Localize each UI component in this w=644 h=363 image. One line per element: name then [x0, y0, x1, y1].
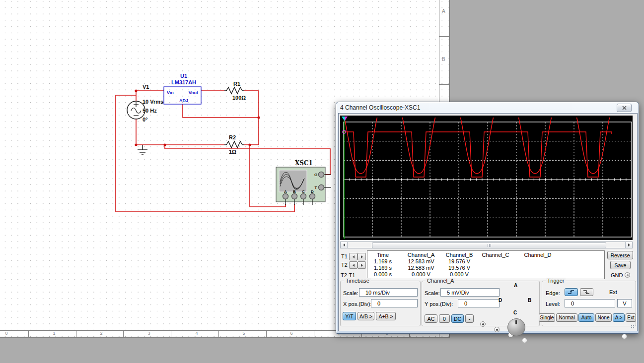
- resize-grip-icon[interactable]: [631, 325, 635, 329]
- knob-label-d: D: [499, 298, 502, 303]
- channel-ypos-input[interactable]: 0: [458, 299, 500, 307]
- col-header-channel-b: Channel_B: [444, 252, 475, 258]
- terminal-b-label: B: [293, 189, 296, 194]
- channel-d-active-radio[interactable]: [522, 338, 527, 343]
- pin-label-vout: Vout: [189, 90, 198, 95]
- xsc1-refdes: XSC1: [295, 160, 313, 167]
- arrow-right-icon: [361, 255, 363, 258]
- channel-b-active-radio[interactable]: [494, 327, 500, 332]
- t1-left-button[interactable]: [349, 253, 358, 260]
- arrow-left-icon: [343, 243, 345, 246]
- terminal-a[interactable]: [283, 194, 288, 199]
- window-titlebar[interactable]: 4 Channel Oscilloscope-XSC1: [336, 102, 639, 113]
- knob-label-c: C: [513, 310, 517, 315]
- oscilloscope-window[interactable]: 4 Channel Oscilloscope-XSC1: [336, 102, 639, 334]
- u1-refdes: U1: [180, 73, 187, 79]
- timebase-scale-input[interactable]: 10 ms/Div: [359, 288, 418, 297]
- scroll-right-button[interactable]: [625, 242, 632, 248]
- t2-right-button[interactable]: [358, 261, 366, 269]
- trigger-falling-edge-button[interactable]: [580, 288, 593, 296]
- ground-symbol[interactable]: [138, 145, 147, 155]
- reverse-button[interactable]: Reverse: [607, 251, 633, 259]
- yt-mode-button[interactable]: Y/T: [343, 312, 356, 320]
- trigger-single-button[interactable]: Single: [539, 313, 555, 322]
- u1-part-label: LM317AH: [171, 79, 196, 85]
- timebase-caption: Timebase: [344, 278, 371, 284]
- t2-channel-b: 19.576 V: [444, 265, 475, 271]
- save-button[interactable]: Save: [610, 261, 631, 269]
- terminal-t[interactable]: [319, 185, 324, 190]
- a-plus-b-mode-button[interactable]: A+B >: [376, 312, 396, 320]
- knob-label-b: B: [528, 298, 531, 303]
- rising-edge-icon: [568, 290, 575, 295]
- close-button[interactable]: [617, 104, 632, 112]
- oscilloscope-icon-xsc1[interactable]: A B C D G T: [276, 167, 331, 205]
- dt-time: 0.000 s: [367, 271, 398, 278]
- scroll-left-button[interactable]: [341, 242, 348, 248]
- gnd-radio[interactable]: [625, 272, 630, 278]
- timebase-xpos-input[interactable]: 0: [371, 299, 418, 307]
- trigger-level-input[interactable]: 0: [565, 299, 615, 307]
- terminal-g[interactable]: [319, 172, 324, 178]
- resistor-r2[interactable]: [224, 141, 244, 148]
- pin-label-adj: ADJ: [179, 98, 188, 103]
- trace-channel-a: [345, 118, 610, 174]
- pin-label-vin: Vin: [167, 90, 174, 95]
- t2-left-button[interactable]: [349, 261, 358, 269]
- terminal-g-label: G: [314, 173, 317, 177]
- t1-time: 1.169 s: [367, 258, 398, 265]
- window-title: 4 Channel Oscilloscope-XSC1: [340, 104, 420, 111]
- terminal-d[interactable]: [310, 194, 315, 199]
- trigger-ext-button[interactable]: Ext: [626, 313, 636, 322]
- coupling-zero-button[interactable]: 0: [439, 314, 450, 323]
- terminal-c-label: C: [302, 189, 305, 194]
- terminal-c[interactable]: [301, 194, 306, 199]
- t2-time: 1.169 s: [367, 265, 398, 271]
- r1-refdes: R1: [233, 81, 240, 87]
- coupling-minus-button[interactable]: -: [465, 314, 474, 323]
- t1-channel-d: [516, 258, 559, 265]
- r2-value: 1Ω: [229, 149, 236, 155]
- channel-a-active-radio[interactable]: [480, 321, 486, 327]
- channel-select-knob[interactable]: [507, 318, 525, 336]
- r2-refdes: R2: [229, 134, 236, 140]
- regulator-u1[interactable]: Vin Vout ADJ: [164, 87, 201, 104]
- arrow-left-icon: [353, 255, 355, 258]
- channel-scale-input[interactable]: 5 mV/Div: [440, 288, 500, 297]
- trigger-auto-button[interactable]: Auto: [578, 313, 594, 322]
- trigger-a-button[interactable]: A >: [613, 313, 625, 322]
- dt-channel-a: 0.000 V: [398, 271, 444, 278]
- table-row-t2-t1: 0.000 s 0.000 V 0.000 V: [367, 271, 604, 278]
- scope-display[interactable]: [340, 116, 633, 240]
- measurement-table: Time Channel_A Channel_B Channel_C Chann…: [367, 250, 605, 279]
- timebase-xpos-label: X pos.(Div):: [343, 301, 371, 307]
- v1-freq: 50 Hz: [143, 108, 157, 114]
- display-scrollbar[interactable]: [340, 242, 633, 248]
- knob-label-a: A: [514, 283, 517, 288]
- scope-panel: T1 T2 T2-T1 Time Channel_A Channel_B Cha…: [338, 113, 638, 331]
- channel-scale-label: Scale:: [425, 290, 440, 296]
- t2-channel-c: [475, 265, 516, 271]
- col-header-channel-a: Channel_A: [398, 252, 444, 258]
- trigger-ext-radio[interactable]: [622, 334, 627, 339]
- t1-right-button[interactable]: [358, 253, 366, 260]
- thumb-grip-icon: [489, 244, 490, 247]
- col-header-channel-d: Channel_D: [516, 252, 559, 258]
- v1-refdes: V1: [143, 84, 149, 90]
- arrow-right-icon: [628, 243, 630, 246]
- table-row-t1: 1.169 s 12.583 mV 19.576 V: [367, 258, 604, 265]
- resistor-r1[interactable]: [224, 87, 244, 94]
- trigger-rising-edge-button[interactable]: [565, 288, 578, 296]
- table-row-t2: 1.169 s 12.583 mV 19.576 V: [367, 265, 604, 271]
- trigger-none-button[interactable]: None: [595, 313, 612, 322]
- scrollbar-thumb[interactable]: [372, 242, 606, 248]
- thumb-grip-icon: [491, 244, 491, 247]
- coupling-dc-button[interactable]: DC: [451, 314, 464, 323]
- trigger-level-unit: V: [617, 299, 632, 307]
- trigger-normal-button[interactable]: Normal: [556, 313, 577, 322]
- coupling-ac-button[interactable]: AC: [425, 314, 437, 323]
- r1-value: 100Ω: [232, 95, 246, 101]
- ab-mode-button[interactable]: A/B >: [358, 312, 374, 320]
- t1-label: T1: [341, 253, 348, 259]
- terminal-b[interactable]: [292, 194, 297, 199]
